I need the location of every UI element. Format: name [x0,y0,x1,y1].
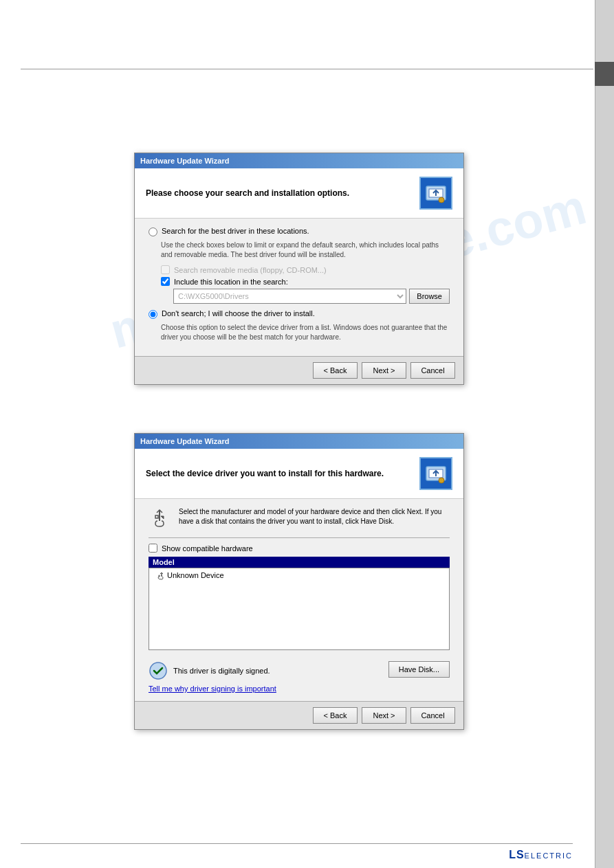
dialog-footer-2: < Back Next > Cancel [135,701,463,729]
signed-icon [149,661,168,680]
sub-options-group: Search removable media (floppy, CD-ROM..… [161,265,450,304]
removable-media-option: Search removable media (floppy, CD-ROM..… [161,265,450,274]
top-divider [21,69,593,69]
bottom-divider [21,843,573,844]
dialog-titlebar-1: Hardware Update Wizard [135,153,463,168]
browse-button[interactable]: Browse [409,289,450,304]
dialog-header-text-2: Select the device driver you want to ins… [146,469,419,478]
sidebar-tab [595,0,614,868]
search-radio-label: Search for the best driver in these loca… [162,227,309,235]
brand-logo: LSELECTRIC [509,849,573,861]
search-radio-input[interactable] [149,227,157,236]
dialog-header-text-1: Please choose your search and installati… [146,188,419,198]
svg-point-5 [439,478,444,483]
dialog-header-icon-2 [419,457,452,490]
show-compat-row[interactable]: Show compatible hardware [149,544,450,553]
model-item-label: Unknown Device [167,571,224,579]
dont-search-radio-input[interactable] [149,310,157,319]
brand-ls: LS [509,849,524,860]
dont-search-radio-label: Don't search; I will choose the driver t… [162,309,315,318]
next-button-1[interactable]: Next > [362,362,406,379]
dialog-hardware-update-1: Hardware Update Wizard Please choose you… [134,153,464,385]
option-search-radio[interactable]: Search for the best driver in these loca… [149,227,450,236]
model-list-header: Model [149,557,450,568]
include-location-option[interactable]: Include this location in the search: [161,277,450,286]
dialog-body-1: Search for the best driver in these loca… [135,219,463,356]
dialog-title-1: Hardware Update Wizard [140,157,230,165]
show-compat-checkbox[interactable] [149,544,157,553]
have-disk-button[interactable]: Have Disk... [388,661,450,678]
search-option-sublabel: Use the check boxes below to limit or ex… [161,241,450,260]
dialog-header-2: Select the device driver you want to ins… [135,449,463,499]
driver-signing-link[interactable]: Tell me why driver signing is important [149,685,276,693]
dialog-header-icon-1 [419,177,452,210]
dialog-body-2: Select the manufacturer and model of you… [135,499,463,701]
dialog-titlebar-2: Hardware Update Wizard [135,434,463,449]
model-list-body[interactable]: Unknown Device [149,568,450,650]
driver-signed-section: This driver is digitally signed. Tell me… [149,661,276,693]
dont-search-sublabel: Choose this option to select the device … [161,323,450,342]
dialog-title-2: Hardware Update Wizard [140,437,230,445]
model-list-item[interactable]: Unknown Device [149,568,449,582]
next-button-2[interactable]: Next > [362,707,406,724]
back-button-1[interactable]: < Back [313,362,358,379]
cancel-button-2[interactable]: Cancel [410,707,455,724]
option-dont-search-radio[interactable]: Don't search; I will choose the driver t… [149,309,450,319]
dialog-footer-1: < Back Next > Cancel [135,356,463,384]
location-row: C:\WXG5000\Drivers Browse [173,289,450,304]
dialog2-info-text: Select the manufacturer and model of you… [179,507,450,526]
removable-media-checkbox [161,265,170,274]
page: manualsarchive.com Hardware Update Wizar… [0,0,614,868]
svg-point-6 [150,663,166,679]
show-compat-label: Show compatible hardware [162,544,253,553]
back-button-2[interactable]: < Back [313,707,358,724]
driver-signed-text: This driver is digitally signed. [173,667,270,675]
usb-icon [149,507,171,529]
include-location-checkbox[interactable] [161,277,170,286]
separator-1 [149,537,450,538]
brand-electric: ELECTRIC [525,852,573,860]
cancel-button-1[interactable]: Cancel [410,362,455,379]
removable-media-label: Search removable media (floppy, CD-ROM..… [174,266,327,274]
include-location-label: Include this location in the search: [174,278,288,286]
dialog-hardware-update-2: Hardware Update Wizard Select the device… [134,433,464,730]
dialog-header-1: Please choose your search and installati… [135,168,463,219]
device-icon [153,570,164,581]
svg-point-2 [439,197,444,203]
location-dropdown[interactable]: C:\WXG5000\Drivers [173,289,406,304]
sidebar-tab-dark [595,62,614,86]
